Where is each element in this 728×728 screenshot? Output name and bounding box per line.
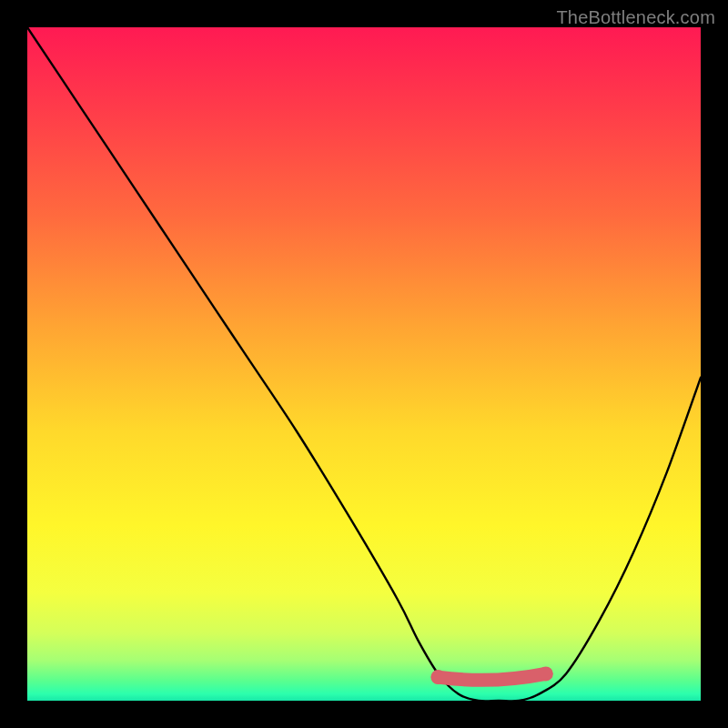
- bottleneck-curve: [27, 27, 701, 701]
- curve-layer: [27, 27, 701, 701]
- plot-area: [27, 27, 701, 701]
- chart-frame: TheBottleneck.com: [0, 0, 728, 728]
- flat-region-band: [438, 673, 545, 680]
- credit-text: TheBottleneck.com: [556, 7, 715, 28]
